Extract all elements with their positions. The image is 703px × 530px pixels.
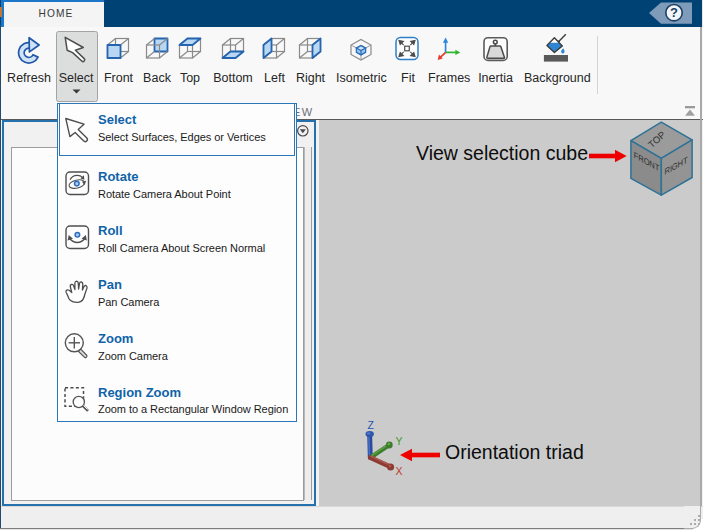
- svg-text:?: ?: [670, 5, 678, 20]
- svg-text:X: X: [396, 465, 403, 477]
- svg-text:Y: Y: [396, 435, 403, 447]
- svg-text:Z: Z: [368, 419, 375, 431]
